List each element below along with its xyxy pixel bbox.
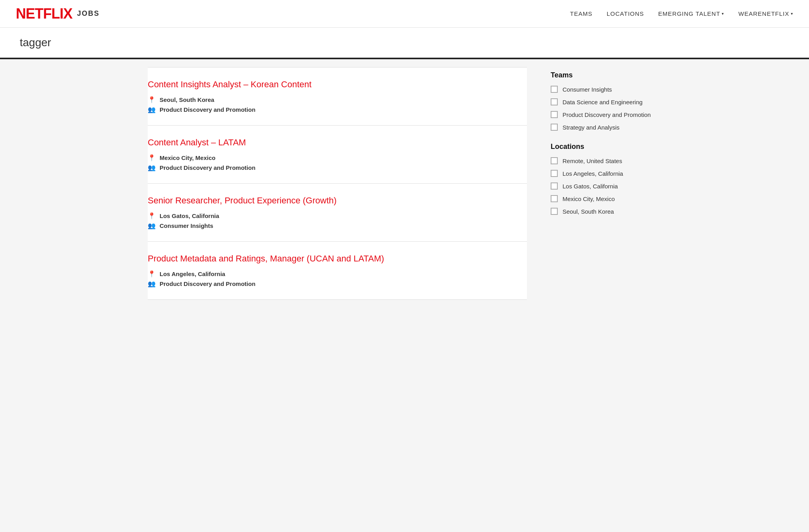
search-bar <box>0 28 809 59</box>
chevron-down-icon: ▾ <box>722 11 724 16</box>
filter-label: Consumer Insights <box>563 86 612 93</box>
job-meta: 📍 Los Gatos, California 👥 Consumer Insig… <box>148 212 527 229</box>
jobs-label: JOBS <box>77 9 100 18</box>
teams-filter-title: Teams <box>551 71 661 79</box>
job-location: 📍 Los Angeles, California <box>148 270 527 278</box>
nav-item-wearenetflix[interactable]: WEARENETFLIX ▾ <box>738 10 793 17</box>
checkbox-los-angeles[interactable] <box>551 170 558 177</box>
nav-item-emerging-talent[interactable]: EMERGING TALENT ▾ <box>658 10 724 17</box>
team-icon: 👥 <box>148 106 156 113</box>
netflix-logo[interactable]: NETFLIX <box>16 6 72 22</box>
job-location: 📍 Los Gatos, California <box>148 212 527 220</box>
filter-label: Seoul, South Korea <box>563 208 614 215</box>
filter-label: Strategy and Analysis <box>563 124 619 131</box>
location-icon: 📍 <box>148 154 156 162</box>
checkbox-consumer-insights[interactable] <box>551 86 558 93</box>
filter-remote-us[interactable]: Remote, United States <box>551 157 661 164</box>
job-card: Content Insights Analyst – Korean Conten… <box>148 67 527 126</box>
team-icon: 👥 <box>148 164 156 171</box>
filter-label: Product Discovery and Promotion <box>563 111 651 118</box>
checkbox-product-discovery[interactable] <box>551 111 558 118</box>
locations-filter-title: Locations <box>551 143 661 151</box>
checkbox-strategy-analysis[interactable] <box>551 124 558 131</box>
job-meta: 📍 Los Angeles, California 👥 Product Disc… <box>148 270 527 288</box>
filter-label: Remote, United States <box>563 158 622 164</box>
job-card: Senior Researcher, Product Experience (G… <box>148 184 527 242</box>
checkbox-data-science[interactable] <box>551 98 558 105</box>
filter-product-discovery[interactable]: Product Discovery and Promotion <box>551 111 661 118</box>
teams-filter-section: Teams Consumer Insights Data Science and… <box>551 71 661 131</box>
search-input[interactable] <box>20 36 789 49</box>
location-icon: 📍 <box>148 96 156 103</box>
job-team: 👥 Consumer Insights <box>148 222 527 229</box>
job-card: Content Analyst – LATAM 📍 Mexico City, M… <box>148 126 527 184</box>
job-title[interactable]: Content Insights Analyst – Korean Conten… <box>148 79 527 90</box>
filter-label: Mexico City, Mexico <box>563 196 615 202</box>
job-location: 📍 Seoul, South Korea <box>148 96 527 103</box>
header-left: NETFLIX JOBS <box>16 6 100 22</box>
header-nav: TEAMS LOCATIONS EMERGING TALENT ▾ WEAREN… <box>570 10 793 17</box>
nav-item-teams[interactable]: TEAMS <box>570 10 593 17</box>
job-team: 👥 Product Discovery and Promotion <box>148 106 527 113</box>
filter-strategy-analysis[interactable]: Strategy and Analysis <box>551 124 661 131</box>
job-meta: 📍 Mexico City, Mexico 👥 Product Discover… <box>148 154 527 171</box>
job-meta: 📍 Seoul, South Korea 👥 Product Discovery… <box>148 96 527 113</box>
filter-label: Los Gatos, California <box>563 183 618 190</box>
job-listings: Content Insights Analyst – Korean Conten… <box>148 67 527 300</box>
team-icon: 👥 <box>148 280 156 288</box>
filter-los-angeles[interactable]: Los Angeles, California <box>551 170 661 177</box>
job-card: Product Metadata and Ratings, Manager (U… <box>148 242 527 300</box>
filter-seoul[interactable]: Seoul, South Korea <box>551 208 661 215</box>
location-icon: 📍 <box>148 270 156 278</box>
job-title[interactable]: Content Analyst – LATAM <box>148 137 527 148</box>
filter-label: Data Science and Engineering <box>563 99 643 105</box>
job-title[interactable]: Product Metadata and Ratings, Manager (U… <box>148 254 527 264</box>
header: NETFLIX JOBS TEAMS LOCATIONS EMERGING TA… <box>0 0 809 28</box>
job-location: 📍 Mexico City, Mexico <box>148 154 527 162</box>
main-content: Content Insights Analyst – Korean Conten… <box>128 59 681 308</box>
checkbox-mexico-city[interactable] <box>551 195 558 202</box>
filter-data-science[interactable]: Data Science and Engineering <box>551 98 661 105</box>
filter-consumer-insights[interactable]: Consumer Insights <box>551 86 661 93</box>
checkbox-seoul[interactable] <box>551 208 558 215</box>
filter-label: Los Angeles, California <box>563 170 623 177</box>
job-title[interactable]: Senior Researcher, Product Experience (G… <box>148 196 527 206</box>
filter-los-gatos[interactable]: Los Gatos, California <box>551 182 661 190</box>
checkbox-los-gatos[interactable] <box>551 182 558 190</box>
nav-item-locations[interactable]: LOCATIONS <box>607 10 644 17</box>
sidebar: Teams Consumer Insights Data Science and… <box>551 67 661 300</box>
job-team: 👥 Product Discovery and Promotion <box>148 280 527 288</box>
locations-filter-section: Locations Remote, United States Los Ange… <box>551 143 661 215</box>
location-icon: 📍 <box>148 212 156 220</box>
filter-mexico-city[interactable]: Mexico City, Mexico <box>551 195 661 202</box>
chevron-down-icon: ▾ <box>791 11 793 16</box>
job-team: 👥 Product Discovery and Promotion <box>148 164 527 171</box>
team-icon: 👥 <box>148 222 156 229</box>
checkbox-remote-us[interactable] <box>551 157 558 164</box>
